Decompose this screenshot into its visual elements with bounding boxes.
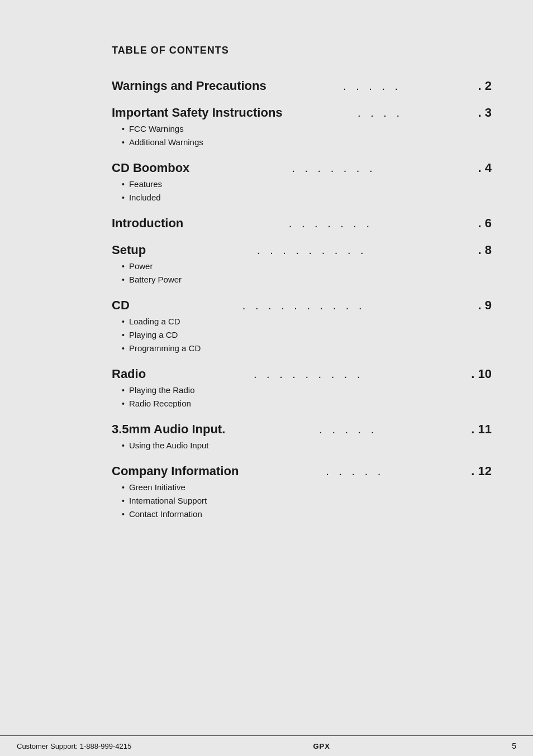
- footer-customer-support: Customer Support: 1-888-999-4215: [17, 742, 131, 750]
- toc-sub-item: •FCC Warnings: [122, 123, 499, 135]
- toc-entry-safety: Important Safety Instructions. . . .. 3•…: [112, 106, 499, 149]
- toc-page-audio-input: . 11: [471, 422, 492, 437]
- toc-dots-warnings: . . . . .: [271, 80, 474, 93]
- toc-main-row-audio-input: 3.5mm Audio Input.. . . . .. 11: [112, 422, 492, 437]
- toc-main-row-cd-boombox: CD Boombox. . . . . . .. 4: [112, 161, 492, 175]
- toc-dots-audio-input: . . . . .: [230, 423, 467, 436]
- sub-item-label: Power: [129, 261, 153, 271]
- toc-sub-item: •Green Initiative: [122, 482, 499, 494]
- toc-page-radio: . 10: [471, 367, 492, 381]
- toc-page-cd: . 9: [478, 298, 492, 313]
- toc-dots-cd: . . . . . . . . . .: [134, 299, 474, 312]
- toc-sub-item: •Contact Information: [122, 509, 499, 520]
- sub-item-label: Using the Audio Input: [129, 441, 209, 450]
- toc-sub-item: •Features: [122, 179, 499, 190]
- sub-item-label: Contact Information: [129, 509, 202, 519]
- bullet-icon: •: [122, 440, 125, 452]
- sub-item-label: Green Initiative: [129, 482, 185, 492]
- toc-sub-item: •Programming a CD: [122, 343, 499, 355]
- toc-entry-introduction: Introduction. . . . . . .. 6: [112, 216, 499, 231]
- toc-page-introduction: . 6: [478, 216, 492, 231]
- sub-item-label: Features: [129, 179, 162, 189]
- toc-sub-item: •Playing a CD: [122, 329, 499, 341]
- sub-item-label: FCC Warnings: [129, 124, 184, 133]
- bullet-icon: •: [122, 482, 125, 494]
- page-content: TABLE OF CONTENTS Warnings and Precautio…: [0, 0, 533, 735]
- toc-title-company: Company Information: [112, 464, 239, 479]
- toc-title: TABLE OF CONTENTS: [112, 45, 499, 56]
- bullet-icon: •: [122, 495, 125, 507]
- toc-entry-warnings: Warnings and Precautions. . . . .. 2: [112, 79, 499, 93]
- bullet-icon: •: [122, 398, 125, 410]
- bullet-icon: •: [122, 316, 125, 328]
- toc-main-row-cd: CD. . . . . . . . . .. 9: [112, 298, 492, 313]
- toc-title-setup: Setup: [112, 243, 146, 257]
- bullet-icon: •: [122, 274, 125, 286]
- toc-dots-cd-boombox: . . . . . . .: [194, 162, 473, 175]
- toc-sub-item: •Using the Audio Input: [122, 440, 499, 452]
- toc-dots-safety: . . . .: [287, 107, 474, 119]
- toc-dots-setup: . . . . . . . . .: [150, 244, 473, 257]
- toc-entry-company: Company Information. . . . .. 12•Green I…: [112, 464, 499, 520]
- toc-entry-cd-boombox: CD Boombox. . . . . . .. 4•Features•Incl…: [112, 161, 499, 204]
- toc-sub-items-radio: •Playing the Radio•Radio Reception: [122, 385, 499, 410]
- sub-item-label: Included: [129, 193, 161, 202]
- toc-dots-radio: . . . . . . . . .: [150, 368, 467, 381]
- sub-item-label: International Support: [129, 496, 207, 505]
- sub-item-label: Playing a CD: [129, 330, 178, 339]
- toc-entry-radio: Radio. . . . . . . . .. 10•Playing the R…: [112, 367, 499, 410]
- bullet-icon: •: [122, 192, 125, 204]
- toc-sub-item: •Additional Warnings: [122, 137, 499, 149]
- sub-item-label: Loading a CD: [129, 317, 180, 326]
- toc-entry-setup: Setup. . . . . . . . .. 8•Power•Battery …: [112, 243, 499, 286]
- bullet-icon: •: [122, 137, 125, 149]
- bullet-icon: •: [122, 123, 125, 135]
- sub-item-label: Playing the Radio: [129, 385, 195, 395]
- toc-main-row-introduction: Introduction. . . . . . .. 6: [112, 216, 492, 231]
- toc-page-company: . 12: [471, 464, 492, 479]
- toc-entry-cd: CD. . . . . . . . . .. 9•Loading a CD•Pl…: [112, 298, 499, 355]
- footer-page-number: 5: [512, 741, 516, 750]
- toc-main-row-safety: Important Safety Instructions. . . .. 3: [112, 106, 492, 120]
- toc-title-cd-boombox: CD Boombox: [112, 161, 189, 175]
- toc-sub-items-setup: •Power•Battery Power: [122, 261, 499, 286]
- toc-sub-items-cd: •Loading a CD•Playing a CD•Programming a…: [122, 316, 499, 355]
- toc-sub-item: •Power: [122, 261, 499, 272]
- toc-title-warnings: Warnings and Precautions: [112, 79, 266, 93]
- toc-sub-item: •Radio Reception: [122, 398, 499, 410]
- bullet-icon: •: [122, 509, 125, 520]
- toc-page-safety: . 3: [478, 106, 492, 120]
- sub-item-label: Radio Reception: [129, 399, 191, 408]
- bullet-icon: •: [122, 343, 125, 355]
- toc-sub-item: •Battery Power: [122, 274, 499, 286]
- toc-sub-items-cd-boombox: •Features•Included: [122, 179, 499, 204]
- toc-sub-item: •Included: [122, 192, 499, 204]
- toc-title-audio-input: 3.5mm Audio Input.: [112, 422, 225, 437]
- bullet-icon: •: [122, 329, 125, 341]
- toc-sub-items-audio-input: •Using the Audio Input: [122, 440, 499, 452]
- footer-brand: GPX: [313, 742, 330, 750]
- toc-dots-company: . . . . .: [243, 465, 467, 478]
- footer: Customer Support: 1-888-999-4215 GPX 5: [0, 735, 533, 756]
- toc-sub-item: •Playing the Radio: [122, 385, 499, 396]
- toc-dots-introduction: . . . . . . .: [188, 217, 473, 230]
- toc-main-row-company: Company Information. . . . .. 12: [112, 464, 492, 479]
- toc-sub-items-company: •Green Initiative•International Support•…: [122, 482, 499, 520]
- toc-title-radio: Radio: [112, 367, 146, 381]
- sub-item-label: Additional Warnings: [129, 137, 203, 147]
- page-container: TABLE OF CONTENTS Warnings and Precautio…: [0, 0, 533, 756]
- toc-title-safety: Important Safety Instructions: [112, 106, 283, 120]
- sub-item-label: Programming a CD: [129, 343, 201, 353]
- toc-page-cd-boombox: . 4: [478, 161, 492, 175]
- toc-title-introduction: Introduction: [112, 216, 183, 231]
- bullet-icon: •: [122, 261, 125, 272]
- toc-main-row-warnings: Warnings and Precautions. . . . .. 2: [112, 79, 492, 93]
- bullet-icon: •: [122, 179, 125, 190]
- toc-title-cd: CD: [112, 298, 130, 313]
- toc-page-setup: . 8: [478, 243, 492, 257]
- bullet-icon: •: [122, 385, 125, 396]
- toc-entry-audio-input: 3.5mm Audio Input.. . . . .. 11•Using th…: [112, 422, 499, 452]
- toc-main-row-setup: Setup. . . . . . . . .. 8: [112, 243, 492, 257]
- toc-page-warnings: . 2: [478, 79, 492, 93]
- sub-item-label: Battery Power: [129, 275, 182, 284]
